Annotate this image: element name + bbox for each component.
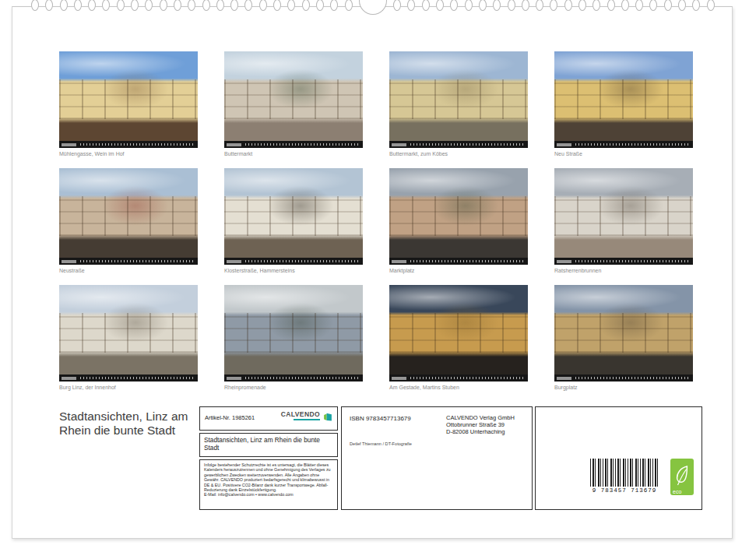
- binding-hole: [422, 0, 430, 11]
- spiral-binding-holes: [31, 0, 715, 16]
- binding-hole: [160, 0, 167, 11]
- binding-hole: [60, 0, 68, 11]
- calendar-month-thumbnail: Buttermarkt: [224, 51, 363, 157]
- binding-hole: [45, 0, 53, 11]
- legal-text: Infolge bestehender Schutzrechte ist es …: [204, 462, 333, 492]
- photo-caption: Burg Linz, der Innenhof: [59, 385, 198, 391]
- binding-hole: [117, 0, 125, 11]
- publisher-address: CALVENDO Verlag GmbH Ottobrunner Straße …: [446, 414, 515, 435]
- photo-3: [389, 51, 528, 141]
- title-box-text: Stadtansichten, Linz am Rhein die bunte …: [200, 434, 337, 454]
- binding-hole: [31, 0, 39, 11]
- mini-calendar-strip: [224, 258, 363, 265]
- mini-calendar-strip: [224, 374, 363, 382]
- photo-12: [554, 285, 693, 374]
- binding-hole: [259, 0, 267, 11]
- binding-hole: [493, 0, 501, 11]
- photo-7: [389, 168, 528, 258]
- calendar-month-thumbnail: Marktplatz: [389, 168, 528, 274]
- mini-calendar-strip: [389, 258, 528, 265]
- mini-calendar-strip: [554, 141, 693, 148]
- calendar-month-thumbnail: Neustraße: [59, 168, 198, 274]
- photo-5: [59, 168, 198, 258]
- binding-hole: [202, 0, 210, 11]
- mini-calendar-strip: [59, 258, 198, 265]
- contact-line: E-Mail: info@calvendo.com • www.calvendo…: [204, 492, 333, 497]
- binding-hole: [102, 0, 110, 11]
- binding-hole: [393, 0, 401, 11]
- calendar-month-thumbnail: Buttermarkt, zum Köbes: [389, 51, 528, 157]
- binding-hole: [74, 0, 82, 11]
- mini-calendar-strip: [554, 374, 693, 382]
- binding-hole: [550, 0, 557, 11]
- binding-hole: [607, 0, 615, 11]
- artikel-box: Artikel-Nr. 1985261 CALVENDO: [199, 406, 338, 431]
- binding-hole: [216, 0, 224, 11]
- binding-hole: [508, 0, 515, 11]
- photo-caption: Mühlengasse, Wein im Hof: [59, 151, 198, 157]
- photo-caption: Ratsherrenbrunnen: [554, 268, 693, 274]
- binding-hole: [678, 0, 686, 11]
- calendar-month-thumbnail: Mühlengasse, Wein im Hof: [59, 51, 198, 157]
- calendar-month-thumbnail: Burg Linz, der Innenhof: [59, 285, 198, 391]
- mini-calendar-strip: [554, 258, 693, 265]
- binding-hole: [345, 0, 353, 11]
- isbn-publisher-box: ISBN 9783457713679 Detlef Thiemann / DT-…: [341, 406, 533, 510]
- product-title: Stadtansichten, Linz am Rhein die bunte …: [59, 410, 215, 438]
- barcode-box: 9 783457 713679 eco: [535, 406, 702, 510]
- binding-hole: [188, 0, 195, 11]
- binding-hole: [707, 0, 715, 11]
- photo-caption: Am Gestade, Martins Stuben: [389, 385, 528, 391]
- binding-hole: [436, 0, 444, 11]
- calvendo-logo: CALVENDO: [281, 411, 333, 425]
- binding-hole: [692, 0, 700, 11]
- mini-calendar-strip: [389, 374, 528, 382]
- mini-calendar-strip: [59, 141, 198, 148]
- binding-hole: [465, 0, 473, 11]
- leaf-icon: [673, 464, 691, 490]
- author-credit: Detlef Thiemann / DT-Fotografie: [350, 441, 412, 446]
- calvendo-tagline-bar: [294, 419, 320, 420]
- binding-hole: [287, 0, 295, 11]
- photo-2: [224, 51, 363, 141]
- mini-calendar-strip: [59, 374, 198, 382]
- binding-hole: [230, 0, 238, 11]
- binding-hole: [450, 0, 458, 11]
- binding-hole: [145, 0, 153, 11]
- photo-9: [59, 285, 198, 374]
- binding-hole: [316, 0, 324, 11]
- photo-caption: Neustraße: [59, 268, 198, 274]
- calendar-month-thumbnail: Burgplatz: [554, 285, 693, 391]
- title-box: Stadtansichten, Linz am Rhein die bunte …: [199, 433, 338, 457]
- photo-8: [554, 168, 693, 258]
- photo-caption: Rheinpromenade: [224, 385, 363, 391]
- binding-hole: [407, 0, 415, 11]
- eco-badge: eco: [670, 459, 694, 495]
- calendar-back-sheet: Mühlengasse, Wein im HofButtermarktButte…: [12, 6, 733, 539]
- calendar-month-thumbnail: Klosterstraße, Hammersteins: [224, 168, 363, 274]
- photo-caption: Marktplatz: [389, 268, 528, 274]
- calendar-month-thumbnail: Neu Straße: [554, 51, 693, 157]
- calvendo-wordmark: CALVENDO: [281, 411, 320, 418]
- hanging-notch: [359, 0, 387, 15]
- binding-hole: [536, 0, 543, 11]
- ean-barcode: [590, 459, 659, 487]
- binding-hole: [302, 0, 310, 11]
- binding-hole: [621, 0, 629, 11]
- barcode-digits: 9 783457 713679: [590, 487, 659, 494]
- photo-11: [389, 285, 528, 374]
- binding-hole: [664, 0, 672, 11]
- binding-hole: [564, 0, 572, 11]
- binding-hole: [330, 0, 338, 11]
- calendar-month-thumbnail: Rheinpromenade: [224, 285, 363, 391]
- binding-hole: [88, 0, 96, 11]
- isbn-text: ISBN 9783457713679: [350, 415, 411, 422]
- photo-1: [59, 51, 198, 141]
- binding-hole: [244, 0, 252, 11]
- mini-calendar-strip: [389, 141, 528, 148]
- binding-hole: [479, 0, 487, 11]
- binding-hole: [649, 0, 657, 11]
- photo-grid: Mühlengasse, Wein im HofButtermarktButte…: [59, 51, 694, 391]
- photo-caption: Buttermarkt: [224, 151, 363, 157]
- binding-hole: [592, 0, 600, 11]
